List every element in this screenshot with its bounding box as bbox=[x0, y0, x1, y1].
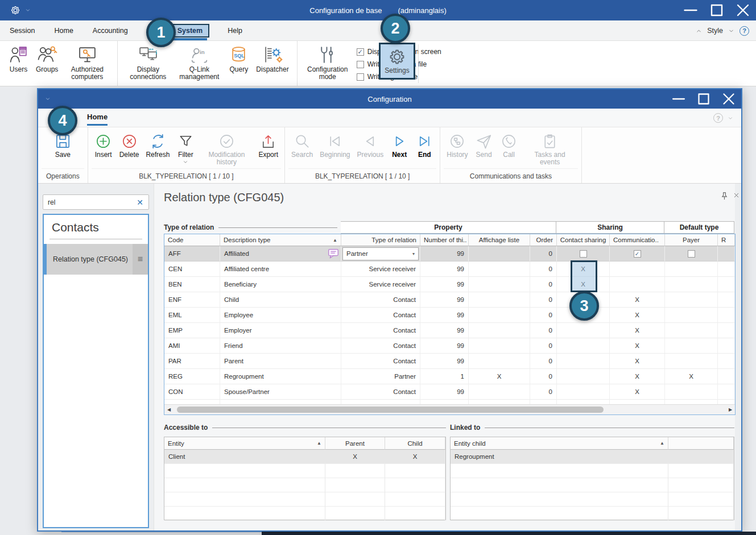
column-header-affichage-liste[interactable]: Affichage liste bbox=[469, 234, 530, 246]
maximize-button[interactable] bbox=[704, 0, 730, 20]
column-header-payer[interactable]: Payer bbox=[665, 234, 718, 246]
column-header-number-of-thi[interactable]: Number of thi.. bbox=[420, 234, 469, 246]
group-header-sharing: Sharing bbox=[556, 221, 664, 234]
table-row-enf[interactable]: ENFChildContact990X bbox=[164, 292, 735, 308]
menu-item-system[interactable]: System bbox=[171, 24, 209, 38]
table-row-reg[interactable]: REGRegroupmentPartner1X0XX bbox=[164, 369, 735, 384]
delete-button[interactable]: Delete bbox=[117, 132, 142, 159]
menu-item-home[interactable]: Home bbox=[53, 24, 74, 37]
unchecked-checkbox-icon[interactable] bbox=[357, 61, 364, 68]
accessible-to-body: ClientXX bbox=[164, 450, 445, 521]
cell: Partner bbox=[341, 369, 420, 384]
display-connections-button[interactable]: Display connections bbox=[122, 43, 173, 82]
table-row-aff[interactable]: AFFAffiliatedPartner▾990 bbox=[164, 246, 735, 262]
comment-icon[interactable] bbox=[327, 247, 340, 260]
accessible-to-row-client[interactable]: ClientXX bbox=[164, 450, 445, 464]
dispatcher-button[interactable]: Dispatcher bbox=[253, 43, 292, 74]
help-icon[interactable]: ? bbox=[713, 113, 723, 123]
column-header-contact-sharing[interactable]: Contact sharing bbox=[557, 234, 610, 246]
minimize-button[interactable] bbox=[677, 0, 704, 20]
column-header-child[interactable]: Child bbox=[385, 437, 445, 450]
panel-close-icon[interactable] bbox=[733, 192, 740, 199]
checked-checkbox-icon[interactable] bbox=[357, 48, 364, 56]
horizontal-scrollbar[interactable]: ◀ ▶ bbox=[164, 404, 735, 414]
cell: CEN bbox=[164, 262, 220, 277]
ribbon-group-system: Configuration mode Display errors on scr… bbox=[298, 41, 452, 86]
cell: Regroupment bbox=[220, 369, 341, 384]
scroll-right-icon[interactable]: ▶ bbox=[726, 407, 735, 412]
unchecked-checkbox-icon[interactable] bbox=[580, 250, 587, 258]
menu-item-help[interactable]: Help bbox=[226, 24, 243, 37]
cell: Client bbox=[164, 450, 325, 464]
cell: Regroupment bbox=[451, 450, 668, 464]
chevron-down-icon[interactable] bbox=[183, 159, 188, 165]
config-minimize-button[interactable] bbox=[666, 89, 691, 109]
table-row-emp[interactable]: EMPEmployerContact990X bbox=[164, 323, 735, 338]
cell[interactable] bbox=[557, 246, 610, 262]
close-button[interactable] bbox=[730, 0, 756, 20]
table-group-headers: Type of relation PropertySharingDefault … bbox=[164, 221, 734, 234]
checked-checkbox-icon[interactable] bbox=[634, 250, 641, 258]
unchecked-checkbox-icon[interactable] bbox=[688, 250, 695, 258]
sidebar-item-relation-type-cfg045[interactable]: Relation type (CFG045)≡ bbox=[44, 244, 148, 275]
refresh-button[interactable]: Refresh bbox=[143, 132, 172, 159]
help-icon[interactable]: ? bbox=[740, 26, 749, 36]
query-button[interactable]: SQLQuery bbox=[225, 43, 253, 74]
type-of-relation-dropdown[interactable]: Partner▾ bbox=[342, 247, 419, 260]
table-row-eml[interactable]: EMLEmployeeContact990X bbox=[164, 308, 735, 323]
collapse-ribbon-icon[interactable] bbox=[696, 28, 702, 34]
filter-button[interactable]: Filter bbox=[173, 132, 197, 165]
pin-icon[interactable] bbox=[720, 192, 729, 200]
q-link-management-button[interactable]: inQ-Link management bbox=[173, 43, 225, 82]
column-header-blank[interactable] bbox=[668, 437, 734, 450]
style-menu[interactable]: Style bbox=[707, 27, 723, 35]
hamburger-icon[interactable]: ≡ bbox=[133, 244, 148, 275]
config-maximize-button[interactable] bbox=[691, 89, 716, 109]
column-header-communicatio[interactable]: Communicatio.. bbox=[610, 234, 665, 246]
cell: 0 bbox=[530, 354, 557, 369]
settings-button[interactable]: Settings bbox=[379, 43, 415, 80]
chevron-down-icon[interactable] bbox=[728, 115, 733, 121]
scroll-left-icon[interactable]: ◀ bbox=[164, 407, 173, 412]
column-header-entity[interactable]: Entity▲ bbox=[164, 437, 325, 450]
column-header-type-of-relation[interactable]: Type of relation bbox=[341, 234, 420, 246]
table-row-ami[interactable]: AMIFriendContact990X bbox=[164, 338, 735, 354]
column-header-entity-child[interactable]: Entity child▲ bbox=[451, 437, 668, 450]
column-header-parent[interactable]: Parent bbox=[325, 437, 385, 450]
ribbon-group-blk-typerelation-1-10-3: SearchBeginningPreviousNextEndBLK_TYPERE… bbox=[285, 127, 440, 183]
insert-button[interactable]: Insert bbox=[92, 132, 115, 159]
column-header-code[interactable]: Code bbox=[164, 234, 220, 246]
menu-item-session[interactable]: Session bbox=[9, 24, 36, 37]
linked-to-row-regroupment[interactable]: Regroupment bbox=[451, 450, 734, 464]
table-row-con[interactable]: CONSpouse/PartnerContact990X bbox=[164, 384, 735, 400]
column-header-order[interactable]: Order bbox=[530, 234, 557, 246]
cell bbox=[469, 292, 530, 308]
scrollbar-thumb[interactable] bbox=[177, 407, 604, 413]
configuration-mode-button[interactable]: Configuration mode bbox=[302, 43, 353, 82]
button-label: Users bbox=[10, 66, 27, 73]
sidebar-search-input[interactable] bbox=[43, 198, 131, 206]
cell[interactable] bbox=[610, 246, 665, 262]
cell bbox=[668, 464, 734, 478]
save-button[interactable]: Save bbox=[51, 132, 75, 159]
column-header-r[interactable]: R bbox=[718, 234, 735, 246]
next-button[interactable]: Next bbox=[387, 132, 411, 159]
cell[interactable] bbox=[665, 246, 718, 262]
users-button[interactable]: Users bbox=[5, 43, 32, 74]
table-row-par[interactable]: PARParentContact990X bbox=[164, 354, 735, 369]
table-row-cen[interactable]: CENAffiliated centreService receiver990X bbox=[164, 262, 735, 277]
menu-item-accounting[interactable]: Accounting bbox=[92, 24, 129, 37]
groups-button[interactable]: Groups bbox=[32, 43, 61, 74]
clear-search-icon[interactable]: ✕ bbox=[131, 198, 148, 207]
column-header-description-type[interactable]: Description type▲ bbox=[220, 234, 341, 246]
export-button[interactable]: Export bbox=[255, 132, 281, 159]
unchecked-checkbox-icon[interactable] bbox=[357, 73, 364, 81]
cell bbox=[718, 369, 735, 384]
table-row-ben[interactable]: BENBeneficiaryService receiver990X bbox=[164, 277, 735, 292]
authorized-computers-button[interactable]: Authorized computers bbox=[61, 43, 113, 82]
config-close-button[interactable] bbox=[716, 89, 741, 109]
tab-home[interactable]: Home bbox=[87, 113, 108, 126]
chevron-down-icon[interactable] bbox=[728, 28, 734, 34]
linked-to-row bbox=[451, 507, 734, 521]
end-button[interactable]: End bbox=[412, 132, 436, 159]
